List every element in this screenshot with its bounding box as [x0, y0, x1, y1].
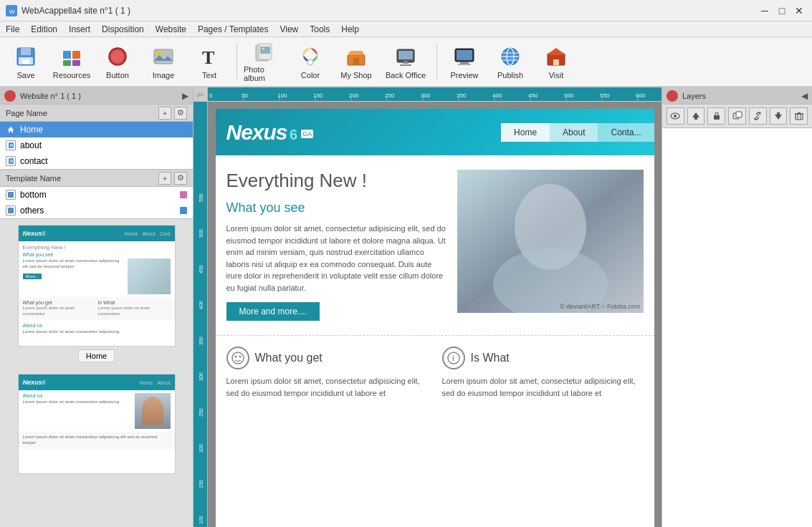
add-page-button[interactable]: +	[158, 107, 171, 120]
button-tool-button[interactable]: Button	[96, 40, 139, 83]
menu-edition[interactable]: Edition	[25, 21, 63, 37]
template-item-others[interactable]: others	[0, 203, 193, 218]
publish-button[interactable]: Publish	[489, 40, 532, 83]
save-button[interactable]: Save	[4, 40, 47, 83]
website-header: Nexus 6 GA Home About Conta...	[216, 109, 654, 155]
svg-text:550: 550	[600, 92, 610, 99]
thumbnails-area[interactable]: Nexus6 Home About Cont Everything New ! …	[0, 219, 193, 527]
page-section: Page Name + ⚙ Home about	[0, 105, 193, 170]
my-shop-button[interactable]: My Shop	[335, 40, 378, 83]
page-name-contact: contact	[20, 156, 48, 166]
layer-duplicate-button[interactable]	[728, 107, 746, 125]
svg-rect-48	[8, 208, 14, 213]
hero-title: Everything New !	[226, 170, 446, 192]
svg-text:100: 100	[199, 516, 204, 524]
layer-link-button[interactable]	[749, 107, 767, 125]
menu-insert[interactable]: Insert	[63, 21, 96, 37]
preview-button[interactable]: Preview	[443, 40, 486, 83]
feature-1-title: What you get	[255, 352, 323, 364]
menu-view[interactable]: View	[274, 21, 304, 37]
page-item-home[interactable]: Home	[0, 122, 193, 137]
svg-text:100: 100	[277, 92, 287, 99]
template-others-icon	[6, 206, 16, 216]
toolbar-separator-2	[436, 44, 437, 79]
menu-disposition[interactable]: Disposition	[96, 21, 150, 37]
left-panel-close-button[interactable]	[4, 90, 16, 102]
layer-lock-button[interactable]	[707, 107, 725, 125]
thumb-home[interactable]: Nexus6 Home About Cont Everything New ! …	[18, 225, 176, 347]
resources-button[interactable]: Resources	[50, 40, 93, 83]
nav-about[interactable]: About	[550, 123, 598, 142]
horizontal-ruler: px 0 50 100 150 200 250 300 350 400 450 …	[194, 87, 661, 102]
svg-text:400: 400	[492, 92, 502, 99]
preview-icon	[452, 44, 477, 69]
nav-contact[interactable]: Conta...	[598, 123, 654, 142]
image-button[interactable]: Image	[142, 40, 185, 83]
add-template-button[interactable]: +	[158, 172, 171, 185]
layers-collapse-button[interactable]: ◀	[801, 91, 808, 101]
color-button[interactable]: Color	[289, 40, 332, 83]
page-item-about[interactable]: about	[0, 137, 193, 153]
feature-2-title-row: i Is What	[442, 347, 644, 369]
hero-cta-button[interactable]: More and more....	[226, 302, 320, 321]
template-bottom-icon	[6, 190, 16, 200]
template-name-header: Template Name + ⚙	[0, 170, 193, 187]
svg-text:450: 450	[199, 265, 204, 274]
menu-pages-templates[interactable]: Pages / Templates	[192, 21, 274, 37]
svg-text:200: 200	[349, 92, 359, 99]
page-settings-button[interactable]: ⚙	[174, 107, 187, 120]
left-panel-title: Website n° 1 ( 1 )	[20, 92, 182, 100]
page-name-label: Page Name	[6, 109, 47, 117]
title-bar: W WebAcappella4 site n°1 ( 1 ) ─ □ ✕	[0, 0, 812, 21]
template-item-bottom[interactable]: bottom	[0, 187, 193, 203]
close-button[interactable]: ✕	[792, 4, 806, 18]
layer-move-up-button[interactable]	[687, 107, 705, 125]
layer-visibility-button[interactable]	[667, 107, 684, 125]
thumb-home-label: Home	[78, 349, 115, 362]
page-item-contact[interactable]: contact	[0, 153, 193, 169]
template-settings-button[interactable]: ⚙	[174, 172, 187, 185]
minimize-button[interactable]: ─	[758, 4, 772, 18]
photo-album-button[interactable]: Photo album	[243, 40, 286, 83]
window-title: WebAcappella4 site n°1 ( 1 )	[22, 6, 758, 16]
thumb-about[interactable]: Nexus6 Home About About us Lorem ipsum d…	[18, 374, 176, 474]
canvas-scroll[interactable]: 0 50 100 150 200 250 300 350 400 450 500…	[194, 102, 661, 527]
svg-point-92	[234, 356, 237, 358]
svg-text:350: 350	[457, 92, 467, 99]
feature-1-icon	[226, 347, 249, 369]
svg-text:150: 150	[199, 480, 204, 488]
maximize-button[interactable]: □	[775, 4, 789, 18]
svg-rect-24	[398, 51, 413, 59]
menu-tools[interactable]: Tools	[304, 21, 335, 37]
left-panel-collapse-button[interactable]: ▶	[182, 91, 188, 101]
svg-point-93	[239, 356, 241, 358]
canvas-area[interactable]: px 0 50 100 150 200 250 300 350 400 450 …	[194, 87, 661, 527]
layers-close-button[interactable]	[667, 90, 678, 102]
svg-text:500: 500	[564, 92, 574, 99]
thumb-about-container: Nexus6 Home About About us Lorem ipsum d…	[18, 374, 176, 474]
text-button[interactable]: T Text	[188, 40, 231, 83]
website-nav: Home About Conta...	[501, 123, 654, 142]
svg-rect-28	[457, 50, 472, 60]
app-icon: W	[6, 5, 17, 16]
features-section: What you get Lorem ipsum dolor sit amet,…	[216, 336, 654, 410]
menu-file[interactable]: File	[0, 21, 25, 37]
layer-delete-button[interactable]	[790, 107, 808, 125]
layer-move-down-button[interactable]	[770, 107, 788, 125]
svg-text:50: 50	[242, 92, 248, 99]
visit-button[interactable]: Visit	[535, 40, 578, 83]
save-label: Save	[16, 71, 34, 79]
publish-icon	[497, 44, 523, 69]
menu-help[interactable]: Help	[335, 21, 365, 37]
back-office-button[interactable]: Back Office	[381, 40, 431, 83]
left-panel-header: Website n° 1 ( 1 ) ▶	[0, 87, 193, 105]
resources-label: Resources	[53, 71, 91, 79]
menu-website[interactable]: Website	[150, 21, 192, 37]
svg-rect-75	[194, 102, 208, 527]
svg-rect-49	[208, 87, 661, 102]
feature-1-title-row: What you get	[226, 347, 428, 369]
nav-home[interactable]: Home	[501, 123, 550, 142]
page-name-header: Page Name + ⚙	[0, 105, 193, 122]
svg-text:400: 400	[199, 301, 204, 309]
feature-2: i Is What Lorem ipsum dolor sit amet, co…	[442, 347, 644, 399]
